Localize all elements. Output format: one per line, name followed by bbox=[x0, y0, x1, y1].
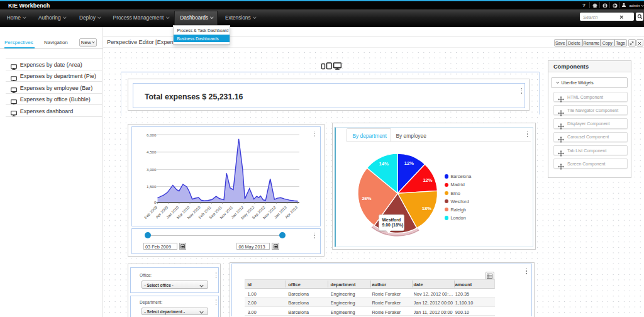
svg-text:12%: 12% bbox=[423, 177, 432, 183]
svg-text:4,500: 4,500 bbox=[147, 150, 157, 154]
svg-text:12%: 12% bbox=[404, 160, 414, 166]
svg-text:0: 0 bbox=[154, 200, 157, 204]
svg-text:6,000: 6,000 bbox=[147, 133, 157, 137]
svg-text:3,000: 3,000 bbox=[147, 167, 157, 172]
svg-text:14%: 14% bbox=[379, 161, 389, 167]
svg-text:26%: 26% bbox=[362, 196, 371, 201]
svg-text:18%: 18% bbox=[422, 206, 431, 211]
svg-text:1,500: 1,500 bbox=[147, 184, 157, 189]
